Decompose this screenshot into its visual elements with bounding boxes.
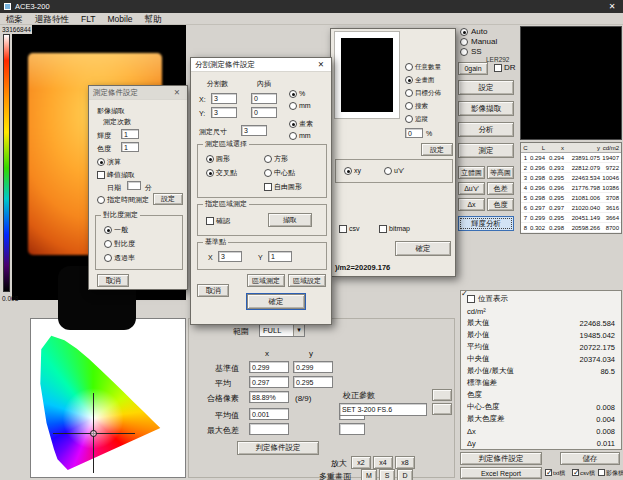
contour-button[interactable]: 等高圖 [487,166,514,179]
normal-radio[interactable] [104,226,112,234]
percent-unit-radio[interactable] [289,90,297,98]
table-row[interactable]: 20.2960.29322812.0799722 [521,163,621,173]
image-capture-button[interactable]: 影像擷取 [458,101,514,116]
gain-button[interactable]: 0gain [458,62,488,75]
chroma-count-input[interactable]: 1 [121,142,139,152]
calibration-aux-button-1[interactable] [432,389,452,401]
cancel-button[interactable]: 取消 [197,284,229,297]
close-icon[interactable]: ✕ [171,88,183,97]
zoom-x8-button[interactable]: x8 [395,456,415,469]
circle-radio[interactable] [206,155,214,163]
cross-radio[interactable] [206,169,214,177]
size-input[interactable]: 3 [241,125,267,136]
pixel-unit-radio[interactable] [289,120,297,128]
timed-set-button[interactable]: 設定 [153,193,183,205]
calibration-aux-button-2[interactable] [432,403,452,415]
save-button[interactable]: 儲存 [560,452,620,465]
radio-auto[interactable] [460,28,468,36]
csv-checkbox[interactable] [339,225,347,233]
square-radio[interactable] [264,155,272,163]
base-y-input[interactable]: 1 [268,251,292,262]
ok-button[interactable]: 確定 [247,294,305,309]
judge-condition-button[interactable]: 判定條件設定 [460,452,542,465]
cancel-button[interactable]: 取消 [97,274,129,287]
method-set-button[interactable]: 設定 [421,143,453,156]
close-icon[interactable]: ✕ [605,2,619,11]
date-input[interactable] [127,181,141,190]
y-interp-input[interactable]: 0 [251,107,277,118]
transmittance-radio[interactable] [104,254,112,262]
analyze-button[interactable]: 分析 [458,122,514,137]
zoom-x2-button[interactable]: x2 [351,456,371,469]
free-shape-checkbox[interactable] [264,183,272,191]
region-measure-button[interactable]: 區域測定 [247,274,285,287]
chroma-button[interactable]: 色度 [487,198,514,211]
x-interp-input[interactable]: 0 [251,93,277,104]
method-option-radio[interactable] [405,76,413,84]
max-color-diff-input[interactable] [249,423,289,435]
average-x-input[interactable]: 0.297 [249,376,289,388]
table-row[interactable]: 40.2960.29621776.79810386 [521,183,621,193]
luminance-analysis-button[interactable]: 輝度分析 [458,216,514,231]
menu-item-flt[interactable]: FLT [81,14,95,23]
image-file-checkbox[interactable] [598,469,605,476]
timed-measure-radio[interactable] [97,196,105,204]
dr-checkbox[interactable] [494,64,502,72]
reference-y-input[interactable]: 0.299 [293,361,333,373]
dialog-title-bar[interactable]: 測定條件設定 ✕ [89,86,187,100]
table-row[interactable]: 60.2970.29721020.0403616 [521,203,621,213]
method-option-radio[interactable] [405,102,413,110]
color-diff-button[interactable]: 色差 [487,182,514,195]
menu-item-circuit[interactable]: 迴路特性 [35,14,69,23]
uv-radio[interactable] [384,167,392,175]
peak-capture-checkbox[interactable] [97,171,105,179]
bitmap-checkbox[interactable] [379,225,387,233]
measure-button[interactable]: 測定 [458,143,514,158]
judge-condition-button-bottom[interactable]: 判定條件設定 [237,441,319,455]
menu-item-mobile[interactable]: Mobile [107,14,132,23]
y-div-input[interactable]: 3 [211,107,237,118]
base-x-input[interactable]: 3 [218,251,242,262]
table-row[interactable]: 80.3020.29820598.2668700 [521,223,621,233]
csv-file-checkbox[interactable] [572,469,579,476]
radio-manual[interactable] [460,38,468,46]
delta-x-button[interactable]: Δx [458,198,485,211]
mm2-unit-radio[interactable] [289,132,297,140]
avg-diff-input[interactable]: 0.001 [249,408,289,420]
zoom-x4-button[interactable]: x4 [373,456,393,469]
txt-file-checkbox[interactable] [545,469,552,476]
percent-input[interactable]: 0 [405,128,423,138]
method-option-radio[interactable] [405,115,413,123]
contrast-radio[interactable] [104,240,112,248]
reference-x-input[interactable]: 0.299 [249,361,289,373]
mm-unit-radio[interactable] [289,102,297,110]
multi-d-button[interactable]: D [397,469,413,480]
ok-button[interactable]: 確定 [395,241,451,256]
stereo-button[interactable]: 立體圖 [458,166,485,179]
max-diff-aux-input[interactable] [339,423,365,435]
multi-s-button[interactable]: S [379,469,395,480]
average-y-input[interactable]: 0.295 [293,376,333,388]
dialog-title-bar[interactable]: 分割測定條件設定 ✕ [191,58,331,72]
table-row[interactable]: 30.2980.29522463.53410046 [521,173,621,183]
method-option-radio[interactable] [405,89,413,97]
region-set-button[interactable]: 區域設定 [288,274,326,287]
range-select[interactable]: FULL ▼ [259,323,305,337]
calc-radio[interactable] [97,158,105,166]
table-row[interactable]: 10.2940.29423891.07519407 [521,153,621,163]
confirm-checkbox[interactable] [206,217,214,225]
menu-item-help[interactable]: 幫助 [145,14,162,23]
radio-ss[interactable] [460,48,468,56]
luminance-count-input[interactable]: 1 [121,129,139,139]
method-option-radio[interactable] [405,63,413,71]
xy-radio[interactable] [344,167,352,175]
menu-item-file[interactable]: 檔案 [6,14,23,23]
table-row[interactable]: 70.2990.29520451.1493664 [521,213,621,223]
delta-uv-button[interactable]: Δu'v' [458,182,485,195]
center-radio[interactable] [264,169,272,177]
x-div-input[interactable]: 3 [211,93,237,104]
position-display-checkbox[interactable] [467,295,475,303]
close-icon[interactable]: ✕ [315,60,327,69]
settings-button[interactable]: 設定 [458,80,514,95]
excel-report-button[interactable]: Excel Report [460,467,542,479]
